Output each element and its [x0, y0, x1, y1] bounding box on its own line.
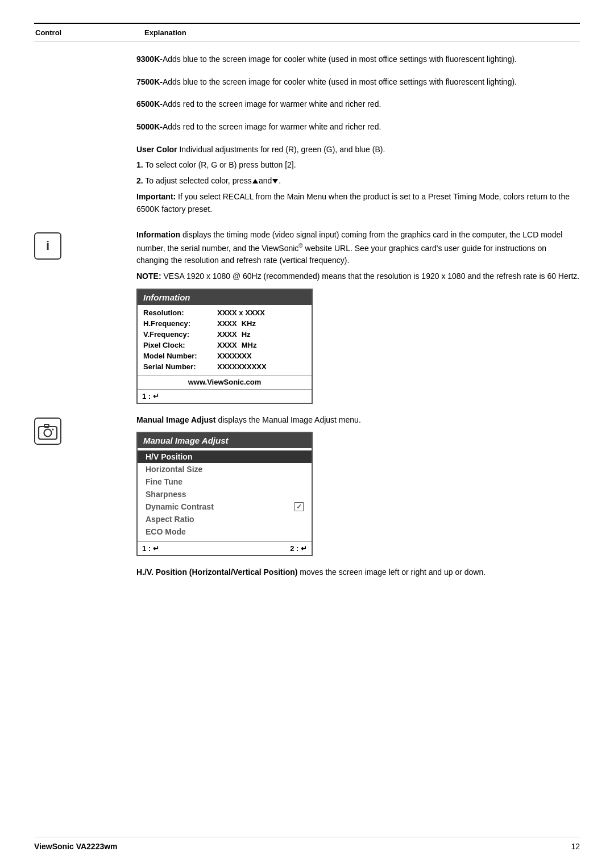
- mia-nav: 1 : ↵ 2 : ↵: [138, 541, 312, 555]
- information-icon-label: i: [46, 239, 49, 253]
- info-row-value-5: XXXXXXXXXX: [217, 362, 267, 371]
- triangle-up-icon: [252, 179, 258, 183]
- information-box: Information Resolution:XXXX x XXXXH.Freq…: [136, 289, 313, 404]
- user-color-line3: 2. To adjust selected color, pressand.: [136, 175, 580, 187]
- information-text: Information displays the timing mode (vi…: [136, 229, 580, 282]
- user-color-step2: 2.: [136, 176, 143, 185]
- checkbox-icon-4: ✓: [294, 502, 304, 511]
- mia-item[interactable]: Fine Tune: [138, 475, 312, 488]
- 9300k-label: 9300K-: [136, 55, 163, 64]
- information-content: Information displays the timing mode (vi…: [136, 229, 580, 403]
- mia-item-label-5: Aspect Ratio: [146, 515, 194, 524]
- hv-icon-col: [34, 566, 136, 582]
- info-row-label-1: H.Frequency:: [143, 319, 217, 328]
- mia-item[interactable]: Horizontal Size: [138, 463, 312, 475]
- info-row: V.Frequency:XXXXHz: [138, 329, 312, 340]
- svg-rect-0: [39, 427, 57, 439]
- entry-user-color-text: User Color Individual adjustments for re…: [136, 144, 580, 219]
- mia-para: Manual Image Adjust displays the Manual …: [136, 414, 580, 427]
- info-box-website: www.ViewSonic.com: [138, 375, 312, 388]
- user-color-important: Important: If you select RECALL from the…: [136, 191, 580, 215]
- mia-box-body: H/V PositionHorizontal SizeFine TuneShar…: [138, 448, 312, 540]
- important-label: Important:: [136, 192, 176, 201]
- mia-item[interactable]: Dynamic Contrast✓: [138, 500, 312, 513]
- camera-svg: [38, 422, 58, 440]
- 9300k-desc: Adds blue to the screen image for cooler…: [163, 55, 517, 64]
- info-box-nav: 1 : ↵: [138, 389, 312, 403]
- info-nav-label: 1 : ↵: [142, 392, 159, 400]
- entry-user-color: User Color Individual adjustments for re…: [34, 144, 580, 219]
- entry-7500k-icon-col: [34, 76, 136, 89]
- 7500k-label: 7500K-: [136, 77, 163, 86]
- footer-model: VA2223wm: [76, 842, 118, 851]
- mia-content: Manual Image Adjust displays the Manual …: [136, 414, 580, 557]
- svg-rect-2: [44, 424, 49, 427]
- svg-point-1: [44, 429, 52, 436]
- info-row-label-4: Model Number:: [143, 352, 217, 360]
- page: Control Explanation 9300K-Adds blue to t…: [0, 0, 614, 868]
- info-row-value-4: XXXXXXX: [217, 352, 252, 360]
- information-icon-col: i: [34, 229, 136, 403]
- camera-icon: [34, 418, 61, 445]
- information-para1: Information displays the timing mode (vi…: [136, 229, 580, 267]
- information-note: NOTE: VESA 1920 x 1080 @ 60Hz (recommend…: [136, 270, 580, 283]
- entry-6500k: 6500K-Adds red to the screen image for w…: [34, 98, 580, 111]
- entry-6500k-text: 6500K-Adds red to the screen image for w…: [136, 98, 580, 111]
- entry-information: i Information displays the timing mode (…: [34, 229, 580, 403]
- entry-9300k: 9300K-Adds blue to the screen image for …: [34, 53, 580, 66]
- mia-item[interactable]: ECO Mode: [138, 525, 312, 538]
- user-color-line2: 1. To select color (R, G or B) press but…: [136, 159, 580, 172]
- entry-hv-position: H./V. Position (Horizontal/Vertical Posi…: [34, 566, 580, 582]
- entry-9300k-text: 9300K-Adds blue to the screen image for …: [136, 53, 580, 66]
- mia-item-label-3: Sharpness: [146, 490, 186, 499]
- mia-item-label-6: ECO Mode: [146, 527, 186, 536]
- mia-item-label-0: H/V Position: [146, 452, 192, 461]
- mia-nav-left: 1 : ↵: [142, 544, 159, 553]
- mia-item[interactable]: Sharpness: [138, 488, 312, 500]
- triangle-down-icon: [272, 179, 278, 183]
- info-row-unit-3: MHz: [242, 341, 257, 349]
- mia-box: Manual Image Adjust H/V PositionHorizont…: [136, 432, 313, 556]
- footer: ViewSonic VA2223wm 12: [34, 837, 580, 851]
- info-box-title: Information: [138, 290, 312, 305]
- mia-item[interactable]: Aspect Ratio: [138, 513, 312, 525]
- note-label: NOTE:: [136, 272, 161, 281]
- info-row-unit-1: KHz: [242, 319, 256, 328]
- info-row: H.Frequency:XXXXKHz: [138, 318, 312, 329]
- header-table: Control Explanation: [34, 23, 580, 42]
- hv-bold: H./V. Position (Horizontal/Vertical Posi…: [136, 567, 297, 577]
- information-bold: Information: [136, 230, 180, 239]
- 5000k-label: 5000K-: [136, 122, 163, 131]
- info-row-label-5: Serial Number:: [143, 362, 217, 371]
- info-row-value-0: XXXX x XXXX: [217, 308, 265, 317]
- info-row: Serial Number:XXXXXXXXXX: [138, 361, 312, 372]
- header-control: Control: [35, 25, 138, 40]
- mia-box-title: Manual Image Adjust: [138, 433, 312, 448]
- info-row: Model Number:XXXXXXX: [138, 350, 312, 361]
- mia-icon-col: [34, 414, 136, 557]
- footer-page: 12: [571, 842, 580, 851]
- header-explanation: Explanation: [139, 25, 579, 40]
- entry-7500k-text: 7500K-Adds blue to the screen image for …: [136, 76, 580, 89]
- entry-5000k: 5000K-Adds red to the screen image for w…: [34, 121, 580, 133]
- info-row-value-2: XXXX: [217, 330, 237, 339]
- user-color-label: User Color: [136, 145, 177, 154]
- entry-user-color-icon-col: [34, 144, 136, 219]
- content-area: 9300K-Adds blue to the screen image for …: [34, 53, 580, 592]
- hv-para: H./V. Position (Horizontal/Vertical Posi…: [136, 566, 580, 579]
- info-row-unit-2: Hz: [242, 330, 251, 339]
- info-box-body: Resolution:XXXX x XXXXH.Frequency:XXXXKH…: [138, 305, 312, 374]
- mia-item[interactable]: H/V Position: [138, 450, 312, 463]
- mia-text: Manual Image Adjust displays the Manual …: [136, 414, 580, 427]
- footer-brand: ViewSonic VA2223wm: [34, 842, 118, 851]
- hv-text: H./V. Position (Horizontal/Vertical Posi…: [136, 566, 580, 582]
- info-row-value-1: XXXX: [217, 319, 237, 328]
- 5000k-desc: Adds red to the screen image for warmer …: [163, 122, 381, 131]
- mia-item-label-2: Fine Tune: [146, 477, 182, 486]
- mia-item-label-1: Horizontal Size: [146, 465, 202, 474]
- entry-9300k-icon-col: [34, 53, 136, 66]
- 7500k-desc: Adds blue to the screen image for cooler…: [163, 77, 517, 86]
- information-icon: i: [34, 232, 61, 260]
- entry-5000k-icon-col: [34, 121, 136, 133]
- entry-7500k: 7500K-Adds blue to the screen image for …: [34, 76, 580, 89]
